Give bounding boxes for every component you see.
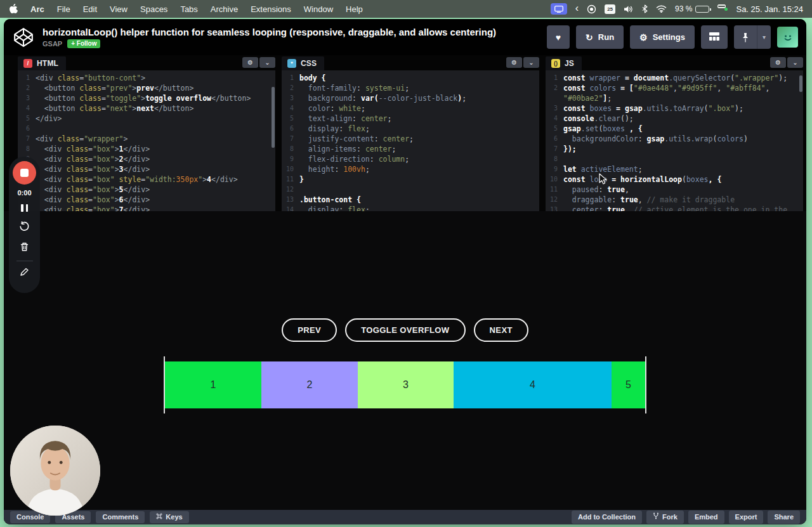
stop-recording-button[interactable] [13, 161, 36, 185]
stop-icon [20, 169, 29, 177]
carousel-box-5[interactable]: 5 [612, 361, 645, 408]
code-text: body { [299, 73, 326, 83]
scrollbar-thumb[interactable] [799, 75, 802, 92]
menu-view[interactable]: View [110, 4, 128, 14]
tab-html[interactable]: /HTML [18, 56, 66, 70]
pin-button[interactable] [734, 25, 757, 49]
fork-button[interactable]: Fork [646, 511, 684, 523]
pin-dropdown-chevron[interactable]: ▾ [757, 25, 771, 49]
menubar-items: ArcFileEditViewSpacesTabsArchiveExtensio… [30, 4, 363, 14]
change-view-button[interactable] [701, 25, 728, 49]
comments-button[interactable]: Comments [96, 511, 145, 523]
panel-collapse-chevron-icon[interactable]: ⌄ [787, 57, 803, 68]
code-line: 10 height: 100vh; [282, 164, 539, 174]
code-text: }); [563, 144, 577, 154]
run-button[interactable]: ↻ Run [576, 25, 624, 49]
code-text: const loop = horizontalLoop(boxes, { [563, 174, 721, 185]
screen-mirroring-icon[interactable] [551, 3, 567, 15]
menu-extensions[interactable]: Extensions [251, 4, 291, 14]
draw-tool-button[interactable] [20, 267, 29, 277]
keys-button[interactable]: Keys [150, 511, 188, 523]
code-line: 14 display: flex; [282, 205, 539, 211]
calendar-icon[interactable]: 25 [605, 4, 615, 14]
love-button[interactable]: ♥ [547, 25, 570, 49]
panel-collapse-chevron-icon[interactable]: ⌄ [523, 57, 539, 68]
code-editor-css[interactable]: 1body {2 font-family: system-ui;3 backgr… [282, 70, 539, 211]
fast-user-switch-icon[interactable] [717, 4, 728, 13]
footer-button-label: Comments [102, 513, 138, 521]
code-line: 6 display: flex; [282, 124, 539, 134]
line-number: 1 [18, 73, 36, 83]
code-line: 11 <div class="box" style="width:350px">… [18, 174, 275, 185]
line-number: 12 [282, 185, 299, 195]
menu-arc[interactable]: Arc [30, 4, 44, 14]
panel-buttons-html: ⚙⌄ [242, 57, 275, 68]
menu-help[interactable]: Help [346, 4, 363, 14]
prev-button[interactable]: PREV [282, 318, 337, 342]
settings-button[interactable]: ⚙ Settings [630, 25, 695, 49]
line-number: 4 [18, 103, 36, 114]
tab-css[interactable]: *CSS [282, 56, 324, 70]
tab-js[interactable]: ()JS [546, 56, 582, 70]
panel-settings-gear-icon[interactable]: ⚙ [242, 57, 258, 68]
scrollbar-thumb[interactable] [272, 87, 275, 148]
delete-recording-button[interactable] [20, 242, 29, 252]
bluetooth-icon[interactable] [642, 4, 648, 13]
line-number: 10 [546, 174, 563, 185]
code-line: 9 flex-direction: column; [282, 154, 539, 164]
line-number: 8 [18, 144, 36, 154]
code-line: 8 <div class="box">1</div> [18, 144, 275, 154]
editor-panel-html: /HTML⚙⌄1<div class="button-cont">2 <butt… [18, 55, 275, 211]
code-line: 3const boxes = gsap.utils.toArray(".box"… [546, 103, 803, 114]
embed-button[interactable]: Embed [688, 511, 724, 523]
menu-window[interactable]: Window [304, 4, 333, 14]
code-editor-html[interactable]: 1<div class="button-cont">2 <button clas… [18, 70, 275, 211]
menu-edit[interactable]: Edit [83, 4, 97, 14]
carousel-box-1[interactable]: 1 [165, 361, 261, 408]
follow-button[interactable]: + Follow [67, 39, 100, 48]
code-text: <div class="box">5</div> [36, 185, 150, 195]
code-text: <button class="toggle">toggle overflow</… [36, 93, 251, 103]
editor-row: /HTML⚙⌄1<div class="button-cont">2 <butt… [4, 55, 806, 211]
codepen-logo-icon[interactable] [13, 27, 34, 48]
next-button[interactable]: NEXT [474, 318, 528, 342]
line-number: 6 [546, 134, 563, 144]
command-icon [156, 513, 162, 521]
menu-spaces[interactable]: Spaces [140, 4, 167, 14]
menubar-collapse-icon[interactable]: ‹ [575, 3, 579, 13]
webcam-video[interactable] [10, 426, 100, 516]
share-button[interactable]: Share [768, 511, 800, 523]
menu-archive[interactable]: Archive [211, 4, 238, 14]
code-editor-js[interactable]: 1const wrapper = document.querySelector(… [546, 70, 803, 211]
code-text: color: white; [299, 103, 365, 114]
menubar-clock[interactable]: Sa. 25. Jan. 15:24 [736, 4, 803, 14]
code-line: 7<div class="wrapper"> [18, 134, 275, 144]
menu-tabs[interactable]: Tabs [180, 4, 197, 14]
code-line: 7}); [546, 144, 803, 154]
gear-icon: ⚙ [639, 33, 648, 42]
battery-indicator[interactable]: 93 % [675, 4, 709, 13]
line-number: 8 [546, 154, 563, 164]
line-number: 3 [18, 93, 36, 103]
line-number: 5 [282, 114, 299, 124]
panel-settings-gear-icon[interactable]: ⚙ [770, 57, 786, 68]
carousel-box-4[interactable]: 4 [454, 361, 612, 408]
panel-settings-gear-icon[interactable]: ⚙ [506, 57, 522, 68]
record-status-icon[interactable] [587, 4, 596, 14]
volume-icon[interactable] [624, 5, 634, 13]
pause-recording-button[interactable] [21, 204, 28, 212]
panel-collapse-chevron-icon[interactable]: ⌄ [259, 57, 275, 68]
wifi-icon[interactable] [656, 5, 667, 13]
export-button[interactable]: Export [729, 511, 764, 523]
pen-author[interactable]: GSAP [43, 40, 62, 48]
code-line: 3 background: var(--color-just-black); [282, 93, 539, 103]
apple-menu-icon[interactable] [9, 4, 18, 14]
restart-recording-button[interactable] [19, 221, 30, 232]
add-to-collection-button[interactable]: Add to Collection [572, 511, 642, 523]
user-avatar[interactable] [777, 27, 798, 48]
toggle-overflow-button[interactable]: TOGGLE OVERFLOW [345, 318, 465, 342]
line-number: 4 [282, 103, 299, 114]
carousel-box-2[interactable]: 2 [261, 361, 358, 408]
menu-file[interactable]: File [57, 4, 70, 14]
carousel-box-3[interactable]: 3 [358, 361, 454, 408]
